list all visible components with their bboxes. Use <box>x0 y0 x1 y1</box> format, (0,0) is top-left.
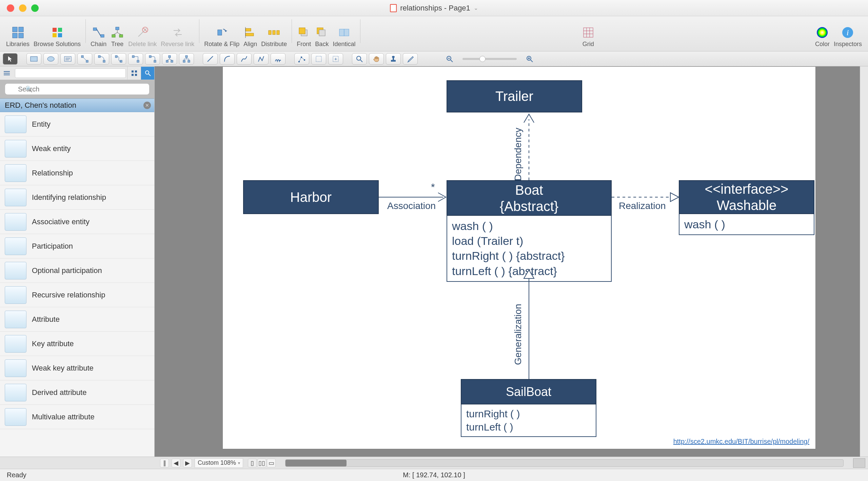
connector-arc-tool[interactable] <box>94 53 109 65</box>
uml-boat-body[interactable]: wash ( )load (Trailer t)turnRight ( ) {a… <box>447 216 612 282</box>
uml-sailboat-body[interactable]: turnRight ( )turnLeft ( ) <box>461 404 596 437</box>
sidebar-view-search[interactable] <box>141 67 154 80</box>
identical-button[interactable]: Identical <box>331 24 357 49</box>
front-button[interactable]: Front <box>295 24 313 49</box>
polyline-tool[interactable] <box>254 53 269 65</box>
tree-button[interactable]: Tree <box>108 24 126 49</box>
shape-item[interactable]: Recursive relationship <box>0 283 154 307</box>
sidebar-filter-input[interactable] <box>15 68 126 78</box>
sidebar-collapse-icon[interactable] <box>0 70 14 76</box>
color-button[interactable]: Color <box>813 24 832 49</box>
svg-rect-22 <box>245 28 251 31</box>
zoom-in-button[interactable] <box>522 53 537 65</box>
uml-washable-body[interactable]: wash ( ) <box>679 214 814 235</box>
zoom-out-button[interactable] <box>442 53 457 65</box>
line-tool[interactable] <box>203 53 218 65</box>
shape-item[interactable]: Participation <box>0 234 154 258</box>
shape-item[interactable]: Associative entity <box>0 210 154 234</box>
uml-washable-header[interactable]: <<interface>> Washable <box>679 180 814 214</box>
svg-rect-59 <box>169 56 171 58</box>
libraries-button[interactable]: Libraries <box>4 24 32 49</box>
svg-line-76 <box>360 60 362 62</box>
shape-item[interactable]: Identifying relationship <box>0 185 154 210</box>
view-mode-2[interactable]: ▯▯ <box>257 459 266 467</box>
chain-button[interactable]: Chain <box>88 24 108 49</box>
shape-item[interactable]: Multivalue attribute <box>0 405 154 429</box>
view-mode-1[interactable]: ▯ <box>248 459 257 467</box>
shape-item[interactable]: Attribute <box>0 307 154 332</box>
svg-rect-71 <box>304 59 305 61</box>
close-library-icon[interactable]: ✕ <box>143 102 151 109</box>
edit-points-tool[interactable] <box>294 53 309 65</box>
window-title-text: relationships - Page1 <box>400 4 470 13</box>
resize-corner-icon[interactable] <box>853 458 865 468</box>
shape-item[interactable]: Relationship <box>0 161 154 185</box>
source-link[interactable]: http://sce2.umkc.edu/BIT/burrise/pl/mode… <box>673 438 809 445</box>
arc-draw-tool[interactable] <box>220 53 235 65</box>
crop-tool[interactable] <box>311 53 326 65</box>
library-title[interactable]: ERD, Chen's notation ✕ <box>0 99 154 112</box>
pointer-tool[interactable] <box>3 53 18 65</box>
search-input[interactable] <box>5 83 150 95</box>
page-pause-icon[interactable]: ∥ <box>160 459 169 467</box>
zoom-slider[interactable] <box>462 58 517 60</box>
inspectors-button[interactable]: i Inspectors <box>832 24 864 49</box>
svg-text:i: i <box>847 28 849 37</box>
add-point-tool[interactable]: + <box>328 53 343 65</box>
shape-item[interactable]: Optional participation <box>0 258 154 283</box>
connector-bezier-tool[interactable] <box>111 53 126 65</box>
rect-tool[interactable] <box>26 53 41 65</box>
svg-rect-29 <box>299 28 305 34</box>
svg-rect-3 <box>19 33 23 38</box>
spline-tool[interactable] <box>237 53 252 65</box>
view-mode-3[interactable]: ▭ <box>267 459 276 467</box>
shape-item[interactable]: Key attribute <box>0 332 154 356</box>
back-button[interactable]: Back <box>313 24 331 49</box>
minimize-window-icon[interactable] <box>19 4 26 12</box>
grid-button[interactable]: Grid <box>579 24 597 49</box>
align-button[interactable]: Align <box>241 24 259 49</box>
shape-item[interactable]: Weak entity <box>0 137 154 161</box>
eyedropper-tool[interactable] <box>403 53 418 65</box>
uml-harbor[interactable]: Harbor <box>243 180 379 214</box>
uml-trailer[interactable]: Trailer <box>447 80 582 112</box>
shape-item[interactable]: Derived attribute <box>0 380 154 405</box>
uml-sailboat-header[interactable]: SailBoat <box>461 379 596 404</box>
page-prev-icon[interactable]: ◀ <box>172 459 180 467</box>
canvas[interactable]: Trailer Harbor Boat {Abstract} wash ( )l… <box>222 66 816 449</box>
uml-boat-header[interactable]: Boat {Abstract} <box>447 180 612 216</box>
rotate-flip-button[interactable]: Rotate & Flip <box>202 24 241 49</box>
shape-item[interactable]: Entity <box>0 112 154 137</box>
zoom-slider-thumb[interactable] <box>479 56 486 62</box>
connector-multi2-tool[interactable] <box>179 53 194 65</box>
svg-line-95 <box>149 74 151 76</box>
hand-tool[interactable] <box>369 53 384 65</box>
connector-multi1-tool[interactable] <box>162 53 177 65</box>
close-window-icon[interactable] <box>7 4 14 12</box>
connector-direct-tool[interactable] <box>77 53 92 65</box>
page-bar: ∥ ◀ ▶ Custom 108%▾ ▯ ▯▯ ▭ <box>0 457 868 469</box>
sidebar-view-grid[interactable] <box>127 67 141 80</box>
svg-rect-6 <box>53 33 57 37</box>
connector-smart-tool[interactable] <box>128 53 143 65</box>
text-tool[interactable] <box>60 53 75 65</box>
shape-label: Optional participation <box>32 266 102 275</box>
browse-solutions-button[interactable]: Browse Solutions <box>32 24 83 49</box>
zoom-window-icon[interactable] <box>31 4 39 12</box>
stamp-tool[interactable] <box>386 53 401 65</box>
zoom-picker[interactable]: Custom 108%▾ <box>195 458 243 468</box>
connector-round-tool[interactable] <box>145 53 160 65</box>
magnify-tool[interactable] <box>352 53 367 65</box>
shape-label: Identifying relationship <box>32 193 106 202</box>
shape-thumb-icon <box>5 359 26 377</box>
shape-item[interactable]: Weak key attribute <box>0 356 154 380</box>
page-next-icon[interactable]: ▶ <box>183 459 192 467</box>
svg-rect-90 <box>132 70 134 72</box>
freehand-tool[interactable] <box>271 53 285 65</box>
ellipse-tool[interactable] <box>43 53 58 65</box>
horizontal-scrollbar[interactable] <box>285 459 844 467</box>
distribute-button[interactable]: Distribute <box>259 24 289 49</box>
vertical-scrollbar[interactable] <box>860 66 868 457</box>
shape-label: Participation <box>32 242 73 251</box>
chevron-down-icon[interactable]: ⌄ <box>474 5 478 11</box>
